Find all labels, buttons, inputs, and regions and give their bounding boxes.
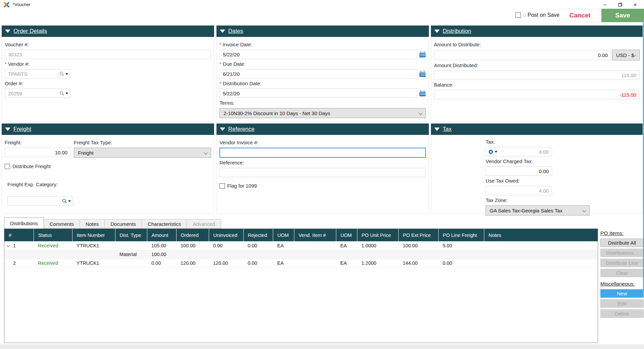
- distribution-date-field[interactable]: [219, 89, 417, 98]
- distribute-freight-option[interactable]: Distribute Freight: [5, 163, 211, 169]
- due-date-field[interactable]: [219, 69, 417, 79]
- collapse-triangle-icon: [434, 30, 440, 33]
- column-header[interactable]: Dist. Type: [115, 229, 147, 241]
- tax-amount-label: Tax:: [486, 139, 640, 145]
- save-button[interactable]: Save: [601, 9, 644, 22]
- po-items-buttons: Distribute AllDistributions...Distribute…: [600, 239, 644, 277]
- amount-to-distribute-field[interactable]: [434, 50, 611, 60]
- tax-header[interactable]: Tax: [431, 123, 643, 135]
- gear-icon[interactable]: [488, 149, 497, 155]
- po-distribute-line-button[interactable]: Distribute Line: [600, 259, 644, 267]
- vendor-charged-tax-field[interactable]: [486, 166, 552, 176]
- balance-label: Balance:: [434, 82, 640, 88]
- table-cell: [176, 250, 209, 259]
- post-on-save-option[interactable]: Post on Save: [515, 12, 559, 18]
- use-tax-owed-field[interactable]: [486, 186, 552, 195]
- search-icon[interactable]: [62, 199, 71, 204]
- column-header[interactable]: Ordered: [176, 229, 209, 241]
- column-header[interactable]: #: [4, 229, 34, 241]
- tab-notes[interactable]: Notes: [80, 219, 105, 229]
- order-details-header[interactable]: Order Details: [2, 26, 214, 37]
- freight-amount-field[interactable]: [5, 148, 71, 157]
- calendar-icon[interactable]: [419, 51, 426, 58]
- freight-exp-category-label: Freight Exp. Category:: [7, 182, 211, 187]
- chevron-down-icon: [204, 151, 207, 154]
- table-cell: [438, 250, 484, 259]
- flag-1099-checkbox[interactable]: [219, 183, 225, 189]
- freight-header[interactable]: Freight: [2, 123, 214, 135]
- misc-edit-button[interactable]: Edit: [600, 299, 644, 308]
- close-button[interactable]: ×: [628, 0, 643, 9]
- column-header[interactable]: Vend. Item #: [294, 229, 336, 241]
- reference-header[interactable]: Reference: [216, 123, 429, 135]
- table-cell: [294, 250, 336, 259]
- balance-field[interactable]: [434, 90, 640, 99]
- invoice-date-field[interactable]: [219, 50, 417, 59]
- po-distributions--button[interactable]: Distributions...: [600, 249, 644, 257]
- flag-1099-option[interactable]: Flag for 1099: [219, 183, 426, 189]
- po-items-label: PO Items:: [600, 230, 644, 236]
- column-header[interactable]: Amount: [147, 229, 176, 241]
- column-header[interactable]: Item Number: [72, 229, 115, 241]
- voucher-number-field[interactable]: [5, 50, 211, 59]
- tab-advanced[interactable]: Advanced: [187, 219, 221, 229]
- table-row[interactable]: 1ReceivedYTRUCK1105.00100.000.000.00EAEA…: [4, 241, 598, 250]
- table-row[interactable]: 2ReceivedYTRUCK10.00120.00120.000.00EAEA…: [4, 259, 598, 267]
- table-cell: [115, 241, 147, 250]
- titlebar: *Voucher ×: [0, 0, 644, 10]
- po-distribute-all-button[interactable]: Distribute All: [600, 239, 644, 247]
- distribute-freight-checkbox[interactable]: [5, 164, 10, 169]
- tab-documents[interactable]: Documents: [105, 219, 142, 229]
- amount-distributed-label: Amount Distributed:: [434, 62, 640, 68]
- table-row[interactable]: Material100.00: [4, 250, 598, 259]
- tax-zone-select[interactable]: GA Sales Tax-Georgia Sales Tax: [486, 205, 590, 215]
- column-header[interactable]: UOM: [336, 229, 357, 241]
- table-cell: [294, 259, 336, 267]
- table-cell: 1.2000: [357, 259, 398, 267]
- tab-comments[interactable]: Comments: [44, 219, 80, 229]
- search-icon[interactable]: [59, 91, 68, 96]
- tax-panel: Tax Tax: Vendor Charged Tax: Use Tax Owe…: [431, 123, 643, 214]
- column-header[interactable]: Status: [34, 229, 72, 241]
- freight-panel: Freight Freight: Freight Tax Type: Freig…: [2, 123, 214, 214]
- table-cell: [115, 259, 147, 267]
- freight-tax-type-select[interactable]: Freight: [74, 148, 211, 158]
- row-expand-icon[interactable]: [7, 244, 10, 247]
- table-cell: 100.00: [147, 250, 176, 259]
- cancel-button[interactable]: Cancel: [559, 9, 601, 22]
- currency-select[interactable]: USD - $: [612, 50, 640, 60]
- amount-distributed-field[interactable]: [434, 70, 640, 80]
- vendor-invoice-field[interactable]: [219, 148, 426, 158]
- column-header[interactable]: UOM: [273, 229, 294, 241]
- misc-delete-button[interactable]: Delete: [600, 309, 644, 318]
- table-cell: 1.0000: [357, 241, 398, 250]
- po-clear-button[interactable]: Clear: [600, 269, 644, 277]
- post-on-save-checkbox[interactable]: [515, 12, 521, 18]
- table-cell: 5.00: [438, 241, 484, 250]
- dates-header[interactable]: Dates: [216, 26, 429, 37]
- window-controls: ×: [597, 0, 643, 9]
- tab-characteristics[interactable]: Characteristics: [142, 219, 187, 229]
- column-header[interactable]: Notes: [484, 229, 598, 241]
- terms-select[interactable]: 2-10N30-2% Discount in 10 Days - Net 30 …: [219, 108, 426, 118]
- column-header[interactable]: PO Ext Price: [398, 229, 438, 241]
- column-header[interactable]: Rejected: [243, 229, 273, 241]
- misc-new-button[interactable]: New: [600, 289, 644, 298]
- column-header[interactable]: Uninvoiced: [209, 229, 243, 241]
- restore-button[interactable]: [612, 0, 628, 9]
- tab-distributions[interactable]: Distributions: [4, 217, 44, 229]
- calendar-icon[interactable]: [419, 90, 426, 97]
- collapse-triangle-icon: [220, 128, 225, 131]
- column-header[interactable]: PO Unit Price: [357, 229, 398, 241]
- search-icon[interactable]: [59, 71, 68, 77]
- table-cell: EA: [336, 259, 357, 267]
- reference-field[interactable]: [219, 168, 426, 177]
- collapse-triangle-icon: [5, 30, 10, 33]
- table-cell: [209, 250, 243, 259]
- column-header[interactable]: PO Line Freight: [438, 229, 484, 241]
- minimize-button[interactable]: [597, 0, 612, 9]
- table-cell: 100.00: [398, 241, 438, 250]
- calendar-icon[interactable]: [419, 70, 426, 77]
- distribution-header[interactable]: Distribution: [431, 26, 643, 37]
- app-logo-icon: [3, 1, 10, 9]
